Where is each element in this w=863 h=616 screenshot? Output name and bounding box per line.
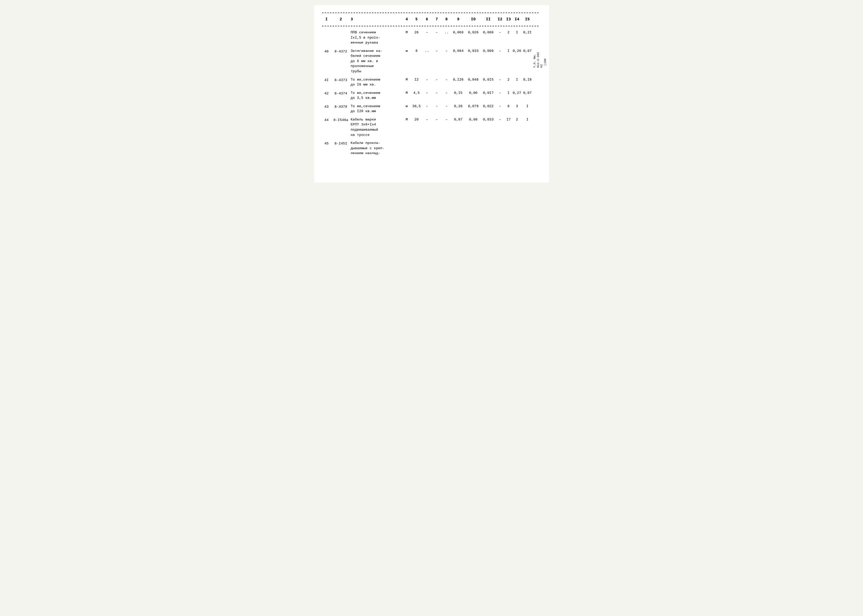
row-42-col13: I [505,91,513,96]
row-41-col15: 0,I8 [522,77,534,82]
row-40-col5: 8 [411,49,422,54]
row-pre40-num [322,30,331,30]
row-42-col7: – [432,91,442,96]
header-col-12: I2 [496,17,505,22]
row-44-col5: 20 [411,117,422,122]
row-42-col9: 0,I5 [451,91,466,96]
header-col-6: 6 [422,17,432,22]
row-42-code: 8-4374 [331,91,351,96]
row-42-col14: 0,27 [513,91,522,96]
row-40-code: 8-4372 [331,49,351,54]
row-41-col9: 0,I26 [451,77,466,82]
row-43-col14: 3 [513,104,522,109]
row-pre40-col8: .. [442,30,451,35]
row-41-col12: – [496,77,505,82]
row-43-col8: – [442,104,451,109]
row-44-col12: – [496,117,505,122]
row-pre40-unit: М [403,30,411,35]
row-pre40-col10: 0,026 [466,30,481,35]
sidebar-label-top: Т.П. ЯН. [533,52,537,68]
row-42-col11: 0,0I7 [481,91,496,96]
row-41-col10: 0,048 [466,77,481,82]
row-44-col10: 0,08 [466,117,481,122]
row-44-col9: 0,87 [451,117,466,122]
row-40-col6: .. [422,49,432,54]
row-40-col12: – [496,49,505,54]
row-41-col7: – [432,77,442,82]
row-42-col15: 0,07 [522,91,534,96]
row-43-desc: То же,сечениемдо I20 кв.мм [351,104,403,114]
row-43-col6: – [422,104,432,109]
row-42-desc: То же,сечениемдо 3,5 кв.мм [351,91,403,101]
row-43-col9: 0,20 [451,104,466,109]
row-41: 4I 8-4373 То же,сечениемдо I6 мм кв. М I… [322,75,539,89]
row-42-col8: – [442,91,451,96]
row-pre40-col9: 0,068 [451,30,466,35]
row-43-col5: 38,5 [411,104,422,109]
row-43-unit: м [403,104,411,109]
row-42-num: 42 [322,91,331,96]
row-pre40-col7: – [432,30,442,35]
row-44-code: 8-I546а [331,117,351,123]
row-40: 40 8-4372 Затягивание ка-белей сечениемд… [322,47,539,75]
header-col-5: 5 [411,17,422,22]
row-pre40-col15: 0,2I [522,30,534,35]
row-42-col5: 4,5 [411,91,422,96]
header-col-9: 9 [451,17,466,22]
sidebar-page-num: 199 [543,52,547,65]
row-43-code: 8-4376 [331,104,351,110]
row-42: 42 8-4374 То же,сечениемдо 3,5 кв.мм М 4… [322,89,539,102]
row-41-col13: 2 [505,77,513,82]
row-41-desc: То же,сечениемдо I6 мм кв. [351,77,403,87]
row-pre40-col14: I [513,30,522,35]
header-col-3: 3 [351,17,403,22]
row-43-col15: I [522,104,534,109]
row-43-col10: 0,079 [466,104,481,109]
row-40-col10: 0,033 [466,49,481,54]
row-40-col14: 0,26 [513,49,522,54]
row-44-col11: 0,033 [481,117,496,122]
sidebar-label-doc: 811-2-102 [537,52,540,68]
row-41-code: 8-4373 [331,77,351,83]
page-container: I 2 3 4 5 6 7 8 9 IO II I2 I3 I4 I5 ППВ … [314,5,549,182]
header-col-13: I3 [505,17,513,22]
header-col-10: IO [466,17,481,22]
row-41-unit: М [403,77,411,82]
row-40-col8: – [442,49,451,54]
row-45-num: 45 [322,141,331,146]
header-col-15: I5 [522,17,534,22]
top-dashed-line [322,13,539,13]
row-pre40-code [331,30,351,30]
row-45-desc: Кабели прокла-дываемые с креп-лением нак… [351,141,403,156]
row-41-col6: – [422,77,432,82]
row-41-col8: – [442,77,451,82]
header-col-4: 4 [403,17,411,22]
row-40-col9: 0,084 [451,49,466,54]
row-44-num: 44 [322,117,331,123]
row-43-col13: 8 [505,104,513,109]
row-43-col12: – [496,104,505,109]
row-41-col14: I [513,77,522,82]
second-dashed-line [322,26,539,26]
row-45-code: 8-I45I [331,141,351,146]
row-43: 43 8-4376 То же,сечениемдо I20 кв.мм м 3… [322,102,539,116]
row-pre40-col5: 26 [411,30,422,35]
row-44-col6: – [422,117,432,122]
header-col-11: II [481,17,496,22]
row-44-col13: I7 [505,117,513,122]
header-col-7: 7 [432,17,442,22]
row-45: 45 8-I45I Кабели прокла-дываемые с креп-… [322,139,539,157]
row-44: 44 8-I546а Кабель маркиЕРПТ 3х6+Iх4подве… [322,116,539,139]
row-pre40-col13: 2 [505,30,513,35]
row-43-col7: – [432,104,442,109]
row-41-col11: 0,0I5 [481,77,496,82]
row-40-unit: м [403,49,411,54]
row-44-unit: М [403,117,411,122]
row-44-col15: I [522,117,534,122]
header-col-1: I [322,17,331,22]
row-40-col11: 0,009 [481,49,496,54]
sidebar-label-num: КI [540,52,543,68]
row-pre40: ППВ сечениемIxI,5 в прolo-женные рукава … [322,28,539,47]
row-40-desc: Затягивание ка-белей сечениемдо 6 мм кв.… [351,49,403,74]
row-43-num: 43 [322,104,331,110]
